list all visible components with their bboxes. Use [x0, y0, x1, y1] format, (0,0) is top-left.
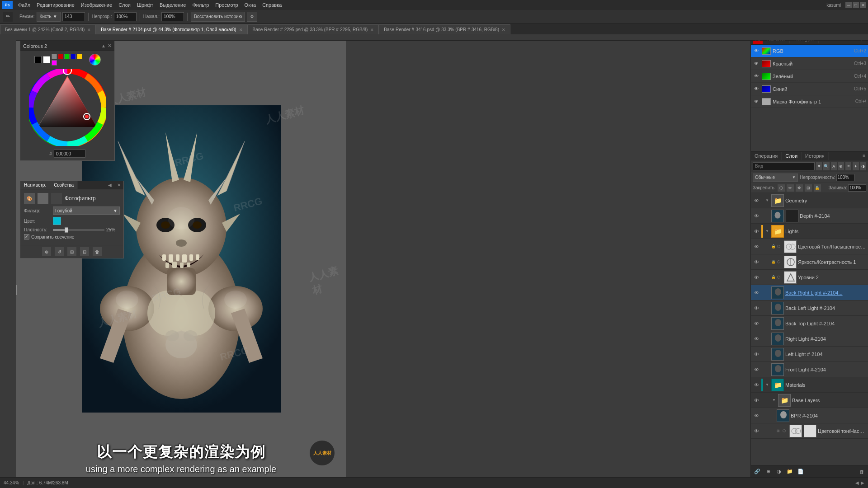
opacity-input[interactable]: [114, 12, 137, 21]
properties-close[interactable]: ✕: [114, 181, 123, 189]
layer-expand-materials[interactable]: ▼: [764, 382, 770, 388]
layer-eye-right[interactable]: 👁: [753, 335, 760, 343]
layer-row-hue2[interactable]: 👁 🔒 ⬡ Цветовой Тон/Насыщенность 2: [751, 239, 868, 254]
menu-edit[interactable]: Редактирование: [34, 1, 77, 9]
prop-btn-4[interactable]: ⊟: [80, 247, 89, 256]
blue-swatch[interactable]: [71, 54, 76, 59]
layer-row-levels[interactable]: 👁 🔒 ⬡ Уровни 2: [751, 270, 868, 285]
new-layer-btn[interactable]: 📄: [796, 467, 805, 476]
hex-input[interactable]: [54, 150, 85, 158]
black-swatch[interactable]: [34, 56, 42, 63]
layer-eye-materials[interactable]: 👁: [753, 381, 760, 389]
lock-pixels[interactable]: ✏: [787, 184, 794, 192]
tab-base-render-2295[interactable]: Base Render #-2295.psd @ 33.3% (BPR #-22…: [248, 24, 379, 34]
layer-row-bpr[interactable]: 👁 BPR #-2104: [751, 408, 868, 423]
history-options-button[interactable]: ⚙: [247, 12, 257, 22]
add-layer-mask[interactable]: ⊕: [42, 247, 51, 256]
search-dropdown[interactable]: ▼: [816, 162, 822, 170]
lock-artboard[interactable]: ⊞: [805, 184, 812, 192]
layer-row-depth[interactable]: 👁 Depth #-2104: [751, 208, 868, 224]
color-wheel-close[interactable]: ✕: [108, 43, 112, 49]
new-group-btn[interactable]: 📁: [785, 467, 794, 476]
filter-btn-1[interactable]: 🔍: [823, 162, 829, 170]
menu-layers[interactable]: Слои: [116, 1, 133, 9]
layer-eye-brightness[interactable]: 👁: [753, 258, 760, 266]
menu-filter[interactable]: Фильтр: [189, 1, 212, 9]
minimize-button[interactable]: —: [845, 2, 852, 8]
color-wheel[interactable]: [29, 69, 106, 146]
tab-history[interactable]: История: [802, 152, 829, 160]
green-swatch[interactable]: [64, 54, 70, 59]
channel-eye-rgb[interactable]: 👁: [753, 47, 760, 55]
tab-properties[interactable]: Свойства: [50, 181, 78, 189]
density-slider[interactable]: [53, 229, 104, 231]
menu-image[interactable]: Изображение: [78, 1, 115, 9]
channel-row-rgb[interactable]: 👁 RGB Ctrl+2: [751, 45, 868, 57]
filter-btn-5[interactable]: ✦: [853, 162, 859, 170]
channel-row-red[interactable]: 👁 Красный Ctrl+3: [751, 57, 868, 70]
filter-btn-3[interactable]: ⊕: [838, 162, 844, 170]
layer-eye-backleft[interactable]: 👁: [753, 305, 760, 312]
layer-eye-bpr[interactable]: 👁: [753, 412, 760, 419]
menu-view[interactable]: Просмотр: [212, 1, 241, 9]
channel-eye-mask[interactable]: 👁: [753, 98, 760, 105]
channel-eye-red[interactable]: 👁: [753, 60, 760, 67]
menu-file[interactable]: Файл: [15, 1, 33, 9]
maximize-button[interactable]: □: [853, 2, 859, 8]
white-swatch[interactable]: [43, 56, 50, 63]
lock-all[interactable]: 🔒: [814, 184, 821, 192]
layer-eye-levels[interactable]: 👁: [753, 274, 760, 281]
lock-position[interactable]: ✥: [796, 184, 803, 192]
status-prev[interactable]: ◀: [855, 480, 859, 485]
layer-eye-lights[interactable]: 👁: [753, 228, 760, 235]
status-next[interactable]: ▶: [861, 480, 864, 485]
color-wheel-expand[interactable]: ▲: [101, 43, 106, 48]
link-layers-btn[interactable]: 🔗: [753, 467, 762, 476]
magenta-swatch[interactable]: [52, 60, 57, 66]
fill-input[interactable]: [848, 184, 866, 192]
red-swatch[interactable]: [58, 54, 63, 59]
add-style-btn[interactable]: ⊕: [764, 467, 773, 476]
blend-mode-dropdown[interactable]: Обычные ▼: [753, 174, 798, 182]
layer-eye-left[interactable]: 👁: [753, 351, 760, 358]
restore-history-button[interactable]: Восстановить историю: [191, 12, 245, 22]
delete-layer-btn[interactable]: 🗑: [857, 467, 866, 476]
pressure-input[interactable]: [161, 12, 184, 21]
layer-eye-hue2[interactable]: 👁: [753, 243, 760, 250]
opacity-input[interactable]: [836, 174, 854, 181]
layer-row-brightness[interactable]: 👁 🔒 ⬡ Яркость/Контрастность 1: [751, 254, 868, 270]
layer-eye-depth[interactable]: 👁: [753, 212, 760, 220]
tab-master[interactable]: Нат.мастр.: [20, 181, 50, 189]
filter-dropdown[interactable]: Голубой ▼: [53, 206, 120, 215]
channel-eye-green[interactable]: 👁: [753, 73, 760, 80]
add-mask-btn[interactable]: ◑: [774, 467, 783, 476]
layer-row-base-layers[interactable]: 👁 ▼ 📁 Base Layers: [751, 393, 868, 408]
layer-row-backright[interactable]: 👁 Back Right Light #-2104...: [751, 285, 868, 300]
brush-selector[interactable]: Кисть ▼: [37, 12, 61, 22]
tab-operation[interactable]: Операция: [751, 152, 782, 160]
channel-row-blue[interactable]: 👁 Синий Ctrl+5: [751, 83, 868, 95]
menu-select[interactable]: Выделение: [157, 1, 189, 9]
channel-row-green[interactable]: 👁 Зелёный Ctrl+4: [751, 70, 868, 83]
filter-btn-4[interactable]: ≡: [845, 162, 851, 170]
layers-panel-menu[interactable]: ≡: [860, 152, 868, 160]
close-button[interactable]: ✕: [860, 2, 866, 8]
brush-size-input[interactable]: [62, 12, 85, 21]
properties-collapse[interactable]: ◀: [105, 181, 114, 189]
layer-row-backtop[interactable]: 👁 Back Top Light #-2104: [751, 316, 868, 331]
layer-row-front[interactable]: 👁 Front Light #-2104: [751, 362, 868, 377]
channel-row-mask[interactable]: 👁 Маска Фотофильтр 1 Ctrl+\: [751, 95, 868, 108]
layer-eye-backtop[interactable]: 👁: [753, 320, 760, 327]
layer-row-lights[interactable]: 👁 ▼ 📁 Lights: [751, 224, 868, 239]
filter-toggle[interactable]: ◑: [860, 162, 866, 170]
tab-close-2295[interactable]: ✕: [370, 28, 374, 32]
layer-eye-base-layers[interactable]: 👁: [753, 397, 760, 404]
channel-eye-blue[interactable]: 👁: [753, 85, 760, 93]
menu-help[interactable]: Справка: [259, 1, 284, 9]
yellow-swatch[interactable]: [77, 54, 82, 59]
layer-eye-backright[interactable]: 👁: [753, 289, 760, 296]
layer-row-geometry[interactable]: 👁 ▼ 📁 Geometry: [751, 193, 868, 208]
preserve-checkbox[interactable]: [24, 234, 29, 239]
layer-eye-geometry[interactable]: 👁: [753, 197, 760, 204]
filter-btn-2[interactable]: A: [831, 162, 837, 170]
